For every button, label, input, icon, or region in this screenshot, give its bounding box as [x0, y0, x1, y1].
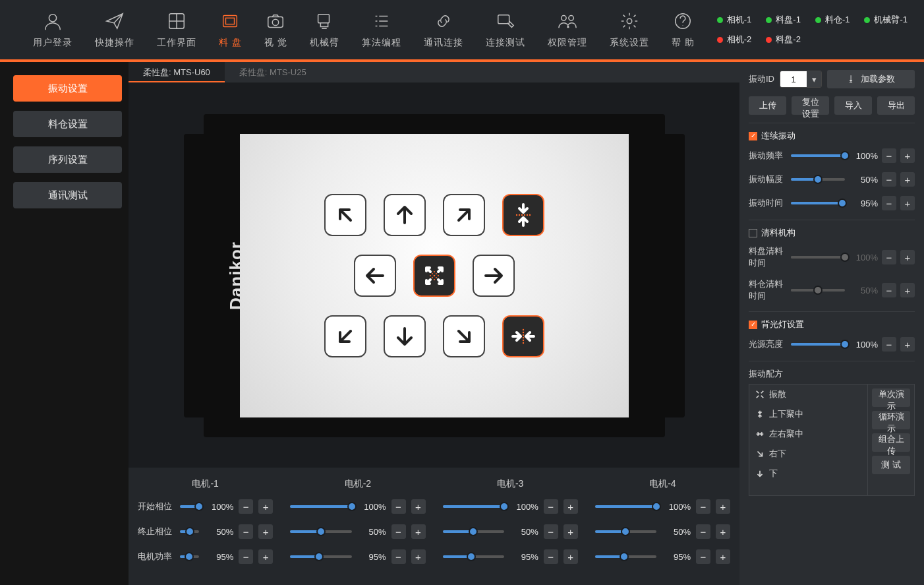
increment-button[interactable]: +	[900, 148, 915, 163]
slider[interactable]	[443, 505, 504, 508]
decrement-button[interactable]: −	[696, 524, 710, 539]
dir-btn-right[interactable]	[473, 255, 515, 297]
increment-button[interactable]: +	[258, 549, 273, 564]
dir-btn-down[interactable]	[384, 315, 426, 357]
nav-label: 视 觉	[264, 37, 287, 49]
increment-button[interactable]: +	[563, 524, 578, 539]
increment-button[interactable]: +	[563, 549, 578, 564]
cont-vib-toggle[interactable]: 连续振动	[749, 130, 915, 142]
slider[interactable]	[595, 555, 656, 558]
import-button[interactable]: 导入	[834, 96, 872, 115]
decrement-button[interactable]: −	[882, 148, 896, 163]
nav-item-send[interactable]: 快捷操作	[95, 11, 134, 49]
reset-button[interactable]: 复位设置	[792, 96, 829, 115]
increment-button[interactable]: +	[411, 499, 426, 514]
slider[interactable]	[180, 505, 199, 508]
recipe-item-下[interactable]: 下	[749, 464, 867, 483]
nav-item-link[interactable]: 通讯连接	[424, 11, 463, 49]
increment-button[interactable]: +	[716, 549, 730, 564]
slider[interactable]	[791, 178, 845, 181]
nav-item-list[interactable]: 算法编程	[362, 11, 401, 49]
recipe-btn-测   试[interactable]: 测 试	[872, 456, 910, 474]
slider[interactable]	[791, 154, 845, 157]
slider[interactable]	[791, 343, 845, 346]
recipe-list[interactable]: 振散上下聚中左右聚中右下下	[749, 385, 868, 495]
nav-item-user[interactable]: 用户登录	[33, 11, 72, 49]
increment-button[interactable]: +	[716, 524, 730, 539]
decrement-button[interactable]: −	[696, 499, 710, 514]
increment-button[interactable]: +	[716, 499, 730, 514]
dir-btn-up[interactable]	[384, 194, 426, 236]
chevron-down-icon[interactable]: ▾	[807, 71, 821, 87]
decrement-button[interactable]: −	[239, 549, 253, 564]
export-button[interactable]: 导出	[877, 96, 915, 115]
tab-柔性盘: MTS-U25[interactable]: 柔性盘: MTS-U25	[225, 62, 321, 82]
slider[interactable]	[290, 555, 351, 558]
slider[interactable]	[180, 555, 199, 558]
dir-btn-down-right[interactable]	[443, 315, 485, 357]
vib-id-select[interactable]: 1 ▾	[780, 71, 822, 88]
side-tab-通讯测试[interactable]: 通讯测试	[13, 182, 122, 208]
recipe-label: 振动配方	[749, 368, 915, 380]
dir-btn-scatter[interactable]	[413, 255, 455, 297]
increment-button[interactable]: +	[258, 499, 273, 514]
decrement-button[interactable]: −	[696, 549, 710, 564]
slider[interactable]	[290, 530, 351, 533]
increment-button[interactable]: +	[411, 524, 426, 539]
nav-item-gear[interactable]: 系统设置	[610, 11, 649, 49]
decrement-button[interactable]: −	[882, 172, 896, 187]
increment-button[interactable]: +	[900, 172, 915, 187]
slider[interactable]	[443, 530, 504, 533]
nav-item-test[interactable]: 连接测试	[486, 11, 525, 49]
decrement-button[interactable]: −	[391, 549, 406, 564]
decrement-button[interactable]: −	[544, 499, 558, 514]
nav-item-arm[interactable]: 机械臂	[310, 11, 339, 49]
nav-item-help[interactable]: 帮 助	[672, 11, 695, 49]
recipe-btn-组合上传[interactable]: 组合上传	[872, 433, 910, 452]
slider[interactable]	[290, 505, 351, 508]
nav-item-camera[interactable]: 视 觉	[264, 11, 287, 49]
load-params-button[interactable]: ⭳ 加载参数	[827, 70, 915, 88]
recipe-btn-循环演示[interactable]: 循环演示	[872, 411, 910, 429]
upload-button[interactable]: 上传	[749, 96, 786, 115]
increment-button[interactable]: +	[411, 549, 426, 564]
dir-btn-converge-vertical[interactable]	[502, 194, 544, 236]
decrement-button[interactable]: −	[882, 337, 896, 352]
increment-button[interactable]: +	[900, 337, 915, 352]
dir-btn-up-left[interactable]	[324, 194, 366, 236]
clean-toggle[interactable]: 清料机构	[749, 227, 915, 239]
nav-item-grid[interactable]: 工作界面	[157, 11, 196, 49]
recipe-btn-单次演示[interactable]: 单次演示	[872, 388, 910, 407]
backlight-toggle[interactable]: 背光灯设置	[749, 319, 915, 330]
svg-point-28	[522, 331, 523, 332]
side-tab-振动设置[interactable]: 振动设置	[13, 75, 122, 102]
tab-柔性盘: MTS-U60[interactable]: 柔性盘: MTS-U60	[129, 62, 225, 82]
slider[interactable]	[791, 202, 845, 204]
decrement-button[interactable]: −	[882, 196, 896, 210]
dir-btn-left[interactable]	[354, 255, 396, 297]
recipe-item-上下聚中[interactable]: 上下聚中	[749, 404, 867, 424]
nav-item-users[interactable]: 权限管理	[548, 11, 587, 49]
dir-btn-converge-horizontal[interactable]	[502, 315, 544, 357]
recipe-item-右下[interactable]: 右下	[749, 444, 867, 464]
decrement-button[interactable]: −	[239, 524, 253, 539]
decrement-button[interactable]: −	[239, 499, 253, 514]
slider[interactable]	[595, 505, 656, 508]
decrement-button[interactable]: −	[391, 524, 406, 539]
decrement-button[interactable]: −	[391, 499, 406, 514]
recipe-item-左右聚中[interactable]: 左右聚中	[749, 424, 867, 444]
recipe-item-振散[interactable]: 振散	[749, 385, 867, 404]
decrement-button[interactable]: −	[544, 549, 558, 564]
side-tab-料仓设置[interactable]: 料仓设置	[13, 111, 122, 137]
increment-button[interactable]: +	[563, 499, 578, 514]
slider[interactable]	[443, 555, 504, 558]
dir-btn-down-left[interactable]	[324, 315, 366, 357]
increment-button[interactable]: +	[258, 524, 273, 539]
slider[interactable]	[180, 530, 199, 533]
dir-btn-up-right[interactable]	[443, 194, 485, 236]
increment-button[interactable]: +	[900, 196, 915, 210]
side-tab-序列设置[interactable]: 序列设置	[13, 146, 122, 173]
decrement-button[interactable]: −	[544, 524, 558, 539]
nav-item-tray[interactable]: 料 盘	[219, 11, 242, 49]
slider[interactable]	[595, 530, 656, 533]
